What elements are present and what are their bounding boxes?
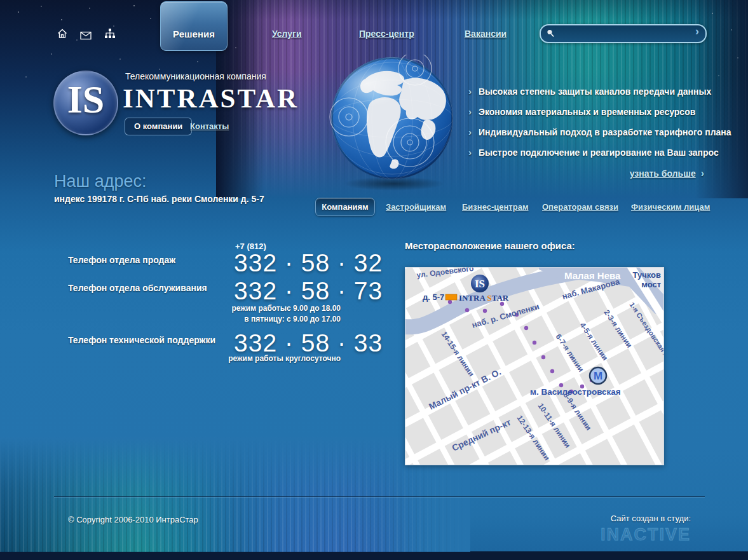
search-submit-arrow-icon[interactable]: › [695, 25, 699, 38]
globe-illustration [329, 55, 456, 182]
bottom-dark-strip [0, 552, 748, 560]
benefits-list: ›Высокая степень защиты каналов передачи… [468, 86, 731, 168]
nav-tab-solutions[interactable]: Решения [160, 1, 228, 51]
map-logo-monogram: IS [475, 278, 485, 290]
hours-line: режим работыс 9.00 до 18.00 [159, 303, 341, 314]
hours-line: в пятницу: с 9.00 до 17.00 [159, 314, 341, 325]
phone-sales-label: Телефон отдела продаж [68, 255, 175, 265]
learn-more-text: узнать больше [630, 168, 696, 179]
studio-name-link[interactable]: INACTIVE [601, 525, 691, 545]
search-input[interactable] [557, 26, 684, 40]
chevron-bullet-icon: › [468, 147, 472, 158]
contacts-link[interactable]: Контакты [190, 121, 229, 131]
office-building-marker [445, 294, 457, 300]
benefit-text: Высокая степень защиты каналов передачи … [479, 86, 711, 97]
phone-support-label: Телефон технической поддержки [68, 335, 215, 345]
mail-icon[interactable] [80, 30, 92, 41]
company-tagline: Телекоммуникационная компания [125, 71, 266, 81]
metro-symbol: М [594, 370, 602, 382]
phone-sales-number: 332 · 58 · 32 [234, 250, 383, 276]
benefit-text: Экономия материальных и временных ресурс… [479, 107, 695, 117]
office-location-map: д. 5-7 IS INTRA STAR ул. Одоевского наб.… [405, 267, 664, 465]
map-title: Месторасположение нашего офиса: [405, 240, 575, 251]
office-house-label: д. 5-7 [423, 292, 444, 302]
chevron-bullet-icon: › [468, 126, 472, 137]
starfield [0, 0, 1, 1]
metro-station-label: м. Василеостровская [530, 387, 621, 397]
hours-line: режим работы круглосуточно [159, 353, 341, 364]
search-box: › [540, 24, 707, 43]
phone-support-hours: режим работы круглосуточно [159, 353, 341, 364]
learn-more-link[interactable]: узнать больше› [630, 168, 704, 179]
bridge-label-2: мост [641, 280, 661, 289]
bridge-label-1: Тучков [633, 270, 662, 280]
copyright-text: © Copyright 2006-2010 ИнтраСтар [68, 515, 198, 524]
chevron-right-icon: › [701, 168, 704, 179]
tab-companies[interactable]: Компаниям [315, 198, 375, 216]
logo-monogram: IS [55, 77, 117, 122]
address-line: индекс 199178 г. С-Пб наб. реки Смоленки… [54, 194, 264, 204]
tab-business-centers[interactable]: Бизнес-центрам [462, 202, 529, 212]
nav-link-jobs[interactable]: Вакансии [465, 29, 507, 39]
tab-individuals[interactable]: Физическим лицам [631, 202, 710, 212]
benefit-item: ›Высокая степень защиты каналов передачи… [468, 86, 731, 97]
studio-credit: Сайт создан в студи: INACTIVE [601, 514, 691, 545]
nav-tab-solutions-label: Решения [161, 29, 227, 39]
aurora-stripes-bottom [0, 437, 470, 552]
about-company-button[interactable]: О компании [125, 118, 192, 135]
benefit-text: Индивидуальный подход в разработке тариф… [479, 127, 731, 137]
company-logo[interactable]: IS [53, 71, 118, 135]
phone-support-number: 332 · 58 · 33 [234, 331, 383, 356]
phone-service-hours: режим работыс 9.00 до 18.00 в пятницу: с… [159, 303, 341, 325]
company-name: INTRASTAR [123, 83, 299, 114]
address-title: Наш адрес: [54, 172, 146, 191]
benefit-item: ›Быстрое подключение и реагирование на В… [468, 147, 731, 158]
chevron-bullet-icon: › [468, 86, 472, 97]
tab-developers[interactable]: Застройщикам [386, 202, 446, 212]
sitemap-icon[interactable] [104, 28, 116, 39]
footer-divider [54, 496, 705, 497]
home-icon[interactable] [57, 28, 68, 39]
tab-telecom-operators[interactable]: Операторам связи [542, 202, 618, 212]
benefit-text: Быстрое подключение и реагирование на Ва… [479, 147, 719, 158]
search-icon [546, 29, 555, 38]
studio-credit-label: Сайт создан в студи: [601, 514, 691, 523]
nav-link-press[interactable]: Пресс-центр [359, 29, 414, 39]
benefit-item: ›Экономия материальных и временных ресур… [468, 107, 731, 117]
phone-service-label: Телефон отдела обслуживания [68, 283, 207, 293]
water-label-neva: Малая Нева [564, 270, 621, 281]
nav-link-services[interactable]: Услуги [272, 29, 302, 39]
phone-service-number: 332 · 58 · 73 [234, 278, 383, 304]
map-brand-label: INTRA STAR [459, 293, 509, 303]
benefit-item: ›Индивидуальный подход в разработке тари… [468, 127, 731, 137]
page: Решения Услуги Пресс-центр Вакансии › IS… [0, 0, 748, 560]
chevron-bullet-icon: › [468, 106, 472, 117]
